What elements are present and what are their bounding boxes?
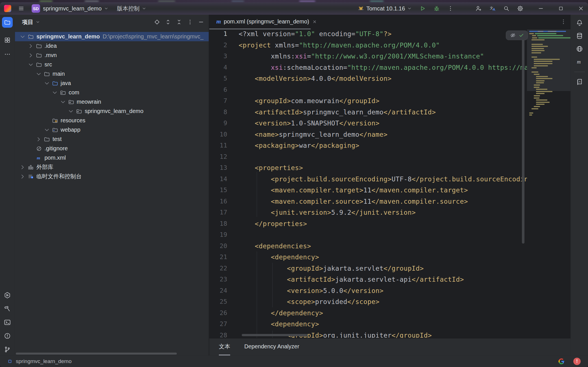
- code-line[interactable]: 10 <name>springmvc_learn_demo</name>: [209, 129, 570, 140]
- tab-text[interactable]: 文本: [219, 338, 230, 355]
- tree-item-.mvn[interactable]: .mvn: [15, 51, 209, 60]
- line-number[interactable]: 12: [209, 151, 239, 162]
- line-number[interactable]: 15: [209, 184, 239, 196]
- code-line[interactable]: 21 <dependency>: [209, 251, 570, 263]
- chevron-right-icon[interactable]: [35, 136, 42, 143]
- tree-item-resources[interactable]: resources: [15, 116, 209, 125]
- tree-item-.gitignore[interactable]: .gitignore: [15, 144, 209, 153]
- chevron-down-icon[interactable]: [19, 33, 26, 40]
- documentation-book-icon[interactable]: A: [576, 78, 583, 86]
- code-line[interactable]: 9 <version>1.0-SNAPSHOT</version>: [209, 118, 570, 129]
- line-number[interactable]: 6: [209, 84, 239, 95]
- editor-tab-pom[interactable]: m pom.xml (springmvc_learn_demo): [212, 15, 322, 29]
- code-line[interactable]: 27 <dependency>: [209, 318, 570, 330]
- chevron-down-icon[interactable]: [43, 127, 50, 133]
- debug-button[interactable]: [433, 5, 440, 12]
- tree-item-webapp[interactable]: webapp: [15, 125, 209, 134]
- line-number[interactable]: 19: [209, 229, 239, 240]
- chevron-right-icon[interactable]: [27, 43, 34, 49]
- code-line[interactable]: 26 </dependency>: [209, 307, 570, 319]
- vcs-widget[interactable]: 版本控制: [117, 5, 140, 12]
- line-number[interactable]: 23: [209, 274, 239, 285]
- code-line[interactable]: 5 <modelVersion>4.0.0</modelVersion>: [209, 73, 570, 84]
- line-number[interactable]: 14: [209, 173, 239, 185]
- tree-item--[interactable]: 外部库: [15, 162, 209, 172]
- line-number[interactable]: 3: [209, 51, 239, 62]
- database-icon[interactable]: [576, 32, 583, 40]
- line-number[interactable]: 25: [209, 296, 239, 307]
- notifications-bell-icon[interactable]: [576, 19, 583, 27]
- endpoints-globe-icon[interactable]: [576, 45, 583, 53]
- tool-window-services[interactable]: [0, 292, 15, 299]
- more-tool-windows[interactable]: [0, 51, 15, 58]
- chevron-down-icon[interactable]: [104, 6, 108, 11]
- line-number[interactable]: 27: [209, 318, 239, 330]
- tree-item-main[interactable]: main: [15, 69, 209, 79]
- editor-horizontal-scrollbar[interactable]: [242, 334, 307, 336]
- tree-item-.idea[interactable]: .idea: [15, 41, 209, 51]
- code-line[interactable]: 19: [209, 229, 570, 240]
- code-line[interactable]: 14 <project.build.sourceEncoding>UTF-8</…: [209, 173, 570, 185]
- translate-icon[interactable]: 文: [489, 5, 496, 12]
- line-number[interactable]: 11: [209, 140, 239, 151]
- settings-icon[interactable]: [517, 5, 524, 12]
- close-button[interactable]: [578, 5, 584, 12]
- code-line[interactable]: 16 <maven.compiler.source>11</maven.comp…: [209, 196, 570, 207]
- line-number[interactable]: 26: [209, 307, 239, 319]
- tool-window-problems[interactable]: [0, 332, 15, 340]
- line-number[interactable]: 2: [209, 40, 239, 51]
- inspections-off-eye-icon[interactable]: [510, 32, 516, 38]
- code-line[interactable]: 7 <groupId>com.meowrain</groupId>: [209, 95, 570, 107]
- code-line[interactable]: 6: [209, 84, 570, 95]
- tree-item-pom.xml[interactable]: mpom.xml: [15, 153, 209, 162]
- line-number[interactable]: 20: [209, 240, 239, 252]
- chevron-right-icon[interactable]: [19, 164, 26, 171]
- status-project-widget[interactable]: springmvc_learn_demo: [7, 358, 72, 364]
- code-line[interactable]: 11 <packaging>war</packaging>: [209, 140, 570, 151]
- tree-item-java[interactable]: java: [15, 79, 209, 88]
- chevron-down-icon[interactable]: [51, 89, 58, 96]
- inspections-widget[interactable]: [506, 31, 528, 40]
- code-line[interactable]: 18 </properties>: [209, 218, 570, 229]
- minimap[interactable]: [527, 29, 570, 338]
- tab-dependency-analyzer[interactable]: Dependency Analyzer: [244, 338, 299, 355]
- more-actions-icon[interactable]: [447, 5, 454, 12]
- editor-options-icon[interactable]: [560, 19, 567, 25]
- line-number[interactable]: 4: [209, 62, 239, 73]
- code-line[interactable]: 3 xmlns:xsi="http://www.w3.org/2001/XMLS…: [209, 51, 570, 62]
- code-line[interactable]: 24 <version>5.0.0</version>: [209, 285, 570, 296]
- line-number[interactable]: 16: [209, 196, 239, 207]
- code-line[interactable]: 15 <maven.compiler.target>11</maven.comp…: [209, 184, 570, 196]
- line-number[interactable]: 28: [209, 330, 239, 338]
- line-number[interactable]: 8: [209, 107, 239, 118]
- line-number[interactable]: 5: [209, 73, 239, 84]
- run-configuration[interactable]: Tomcat 10.1.16: [366, 5, 405, 12]
- tree-item-src[interactable]: src: [15, 60, 209, 69]
- chevron-right-icon[interactable]: [27, 52, 34, 59]
- code-line[interactable]: 20 <dependencies>: [209, 240, 570, 252]
- chevron-right-icon[interactable]: [19, 173, 26, 180]
- tool-window-version-control[interactable]: [0, 346, 15, 353]
- chevron-down-icon[interactable]: [60, 99, 66, 105]
- code-line[interactable]: 22 <groupId>jakarta.servlet</groupId>: [209, 263, 570, 274]
- maximize-button[interactable]: [558, 6, 564, 11]
- tool-window-structure[interactable]: [0, 37, 15, 44]
- project-badge[interactable]: SD: [32, 4, 40, 13]
- code-line[interactable]: 17 <junit.version>5.9.2</junit.version>: [209, 207, 570, 218]
- tool-window-build[interactable]: [0, 305, 15, 312]
- line-number[interactable]: 13: [209, 162, 239, 173]
- intellij-idea-logo-icon[interactable]: [4, 5, 11, 12]
- tree-item-springmvc_learn_demo[interactable]: springmvc_learn_demoD:\project\spring_mv…: [15, 32, 209, 41]
- add-user-icon[interactable]: [475, 5, 482, 12]
- chevron-down-icon[interactable]: [35, 71, 42, 77]
- tree-item-meowrain[interactable]: meowrain: [15, 97, 209, 107]
- code-line[interactable]: 12: [209, 151, 570, 162]
- tab-close-icon[interactable]: [312, 19, 317, 24]
- line-number[interactable]: 18: [209, 218, 239, 229]
- tool-window-project[interactable]: [0, 17, 15, 28]
- tree-item-springmvc_learn_demo[interactable]: springmvc_learn_demo: [15, 107, 209, 116]
- code-editor[interactable]: 1<?xml version="1.0" encoding="UTF-8"?>2…: [209, 29, 570, 338]
- chevron-down-icon[interactable]: [142, 6, 146, 11]
- code-line[interactable]: 13 <properties>: [209, 162, 570, 173]
- tool-window-terminal[interactable]: [0, 319, 15, 326]
